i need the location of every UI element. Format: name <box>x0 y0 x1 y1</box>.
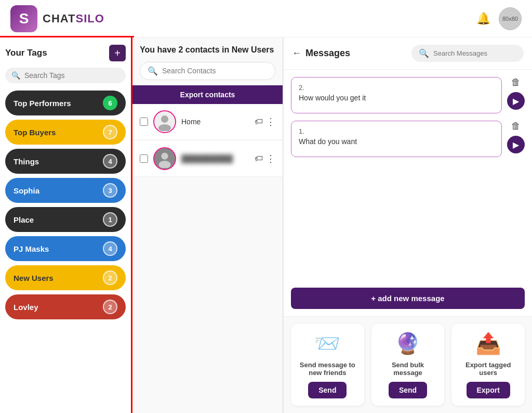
more-options-icon[interactable]: ⋮ <box>266 116 275 127</box>
search-contacts-input[interactable] <box>162 67 268 75</box>
send-message-button[interactable]: ▶ <box>507 92 525 110</box>
card-send-bulk: 🔮 Send bulk message Send <box>371 324 445 406</box>
tag-label: Lovley <box>14 303 38 312</box>
search-tags-container: 🔍 <box>5 68 126 83</box>
tag-item-sophia[interactable]: Sophia 3 <box>5 178 126 203</box>
search-messages-input[interactable] <box>433 49 516 57</box>
delete-message-button[interactable]: 🗑 <box>511 77 521 88</box>
tag-item-lovley[interactable]: Lovley 2 <box>5 294 126 319</box>
message-box: 2. How would you get it <box>291 77 502 113</box>
card-label: Export tagged users <box>459 361 517 377</box>
search-messages-container: 🔍 <box>411 45 524 62</box>
tag-icon[interactable]: 🏷 <box>255 154 263 163</box>
contact-name: Home <box>181 118 249 126</box>
header-right: 🔔 80x80 <box>476 7 522 30</box>
messages-title: ← Messages <box>292 48 350 59</box>
tag-item-things[interactable]: Things 4 <box>5 149 126 174</box>
tags-header: Your Tags + <box>5 45 126 61</box>
tag-label: Top Buyers <box>14 128 56 137</box>
svg-point-3 <box>161 152 168 159</box>
messages-panel: ← Messages 🔍 2. How would you get it 🗑 ▶… <box>283 37 532 413</box>
tag-count: 4 <box>103 154 117 169</box>
message-item: 1. What do you want 🗑 ▶ <box>291 121 525 157</box>
contact-actions: 🏷 ⋮ <box>255 116 275 127</box>
card-send-new-friends: 📨 Send message to new friends Send <box>291 324 364 406</box>
tag-icon[interactable]: 🏷 <box>255 117 263 126</box>
app-header: S CHATSILO 🔔 80x80 <box>0 0 532 37</box>
list-item: Home 🏷 ⋮ <box>132 104 283 140</box>
tag-label: Sophia <box>14 186 39 195</box>
card-icon: 📤 <box>475 331 501 356</box>
tag-label: Things <box>14 157 39 166</box>
main-layout: Your Tags + 🔍 Top Performers 6 Top Buyer… <box>0 37 532 413</box>
contact-actions: 🏷 ⋮ <box>255 153 275 164</box>
avatar <box>153 110 176 133</box>
message-item: 2. How would you get it 🗑 ▶ <box>291 77 525 113</box>
card-icon: 📨 <box>314 331 340 356</box>
contacts-header: You have 2 contacts in New Users 🔍 <box>132 37 283 85</box>
message-order: 1. <box>299 127 494 135</box>
card-button-send-bulk[interactable]: Send <box>389 382 427 398</box>
contact-list: Home 🏷 ⋮ ██████████ 🏷 <box>132 104 283 413</box>
card-label: Send bulk message <box>379 361 437 377</box>
list-item: ██████████ 🏷 ⋮ <box>132 141 283 177</box>
tag-item-place[interactable]: Place 1 <box>5 207 126 232</box>
card-button-send-new-friends[interactable]: Send <box>308 382 347 398</box>
contact-checkbox[interactable] <box>140 154 148 163</box>
search-tags-input[interactable] <box>24 71 119 80</box>
contacts-title: You have 2 contacts in New Users <box>140 45 275 56</box>
search-contacts-container: 🔍 <box>140 62 275 80</box>
search-messages-icon: 🔍 <box>419 48 429 58</box>
search-tags-icon: 🔍 <box>11 71 20 80</box>
tag-label: Place <box>14 215 34 224</box>
tag-list: Top Performers 6 Top Buyers 7 Things 4 S… <box>5 91 126 319</box>
message-order: 2. <box>299 84 494 92</box>
logo-chat: CHAT <box>43 12 75 25</box>
message-actions: 🗑 ▶ <box>507 121 525 153</box>
delete-message-button[interactable]: 🗑 <box>511 121 521 132</box>
contacts-panel: You have 2 contacts in New Users 🔍 Expor… <box>132 37 283 413</box>
message-text: What do you want <box>299 137 494 146</box>
tag-count: 1 <box>103 212 117 227</box>
tag-item-top-performers[interactable]: Top Performers 6 <box>5 91 126 115</box>
card-label: Send message to new friends <box>298 361 357 377</box>
back-arrow-icon[interactable]: ← <box>292 48 301 59</box>
tag-item-new-users[interactable]: New Users 2 <box>5 265 126 290</box>
tag-count: 7 <box>103 125 117 139</box>
card-export-tagged: 📤 Export tagged users Export <box>451 324 525 406</box>
add-message-button[interactable]: + add new message <box>291 288 525 309</box>
message-actions: 🗑 ▶ <box>507 77 525 110</box>
message-text: How would you get it <box>299 94 494 102</box>
add-tag-button[interactable]: + <box>109 45 126 61</box>
contact-checkbox[interactable] <box>140 118 148 126</box>
card-button-export-tagged[interactable]: Export <box>467 382 510 398</box>
tag-count: 3 <box>103 183 117 198</box>
tag-item-pj-masks[interactable]: PJ Masks 4 <box>5 236 126 261</box>
message-box: 1. What do you want <box>291 121 502 157</box>
avatar <box>153 147 176 170</box>
tag-count: 4 <box>103 241 117 256</box>
tag-count: 2 <box>103 300 117 314</box>
bell-icon[interactable]: 🔔 <box>476 12 490 25</box>
more-options-icon[interactable]: ⋮ <box>266 153 275 164</box>
logo-icon: S <box>10 5 37 32</box>
search-contacts-icon: 🔍 <box>148 66 158 76</box>
tags-panel: Your Tags + 🔍 Top Performers 6 Top Buyer… <box>0 37 132 413</box>
svg-point-0 <box>161 115 168 123</box>
svg-point-1 <box>158 124 171 131</box>
cards-area: 📨 Send message to new friends Send 🔮 Sen… <box>284 316 532 413</box>
tag-label: New Users <box>14 274 54 282</box>
logo-area: S CHATSILO <box>10 5 104 32</box>
tag-label: Top Performers <box>14 99 71 108</box>
contact-name-blurred: ██████████ <box>181 154 249 163</box>
avatar[interactable]: 80x80 <box>499 7 522 30</box>
messages-header: ← Messages 🔍 <box>284 37 532 70</box>
export-contacts-bar[interactable]: Export contacts <box>132 85 283 104</box>
tag-label: PJ Masks <box>14 244 49 253</box>
tag-item-top-buyers[interactable]: Top Buyers 7 <box>5 120 126 145</box>
messages-body: 2. How would you get it 🗑 ▶ 1. What do y… <box>284 70 532 288</box>
logo-silo: SILO <box>75 12 104 25</box>
send-message-button[interactable]: ▶ <box>507 136 525 153</box>
tag-count: 6 <box>103 96 117 110</box>
card-icon: 🔮 <box>395 331 421 356</box>
